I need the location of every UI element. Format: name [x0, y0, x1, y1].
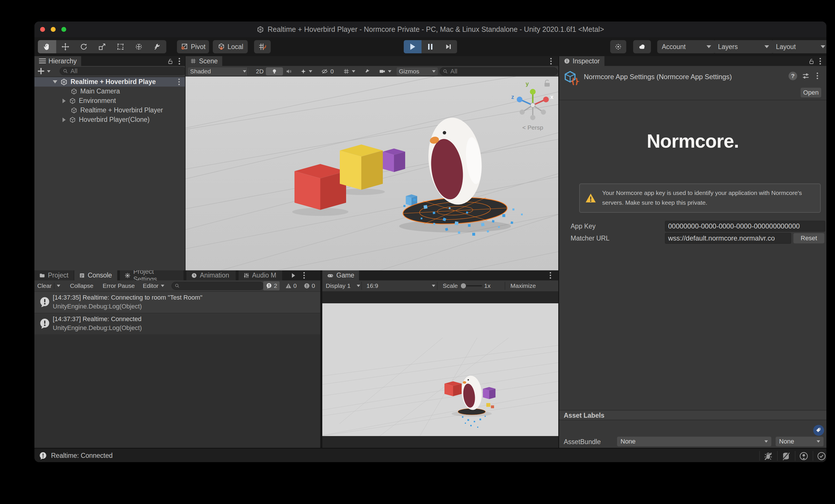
foldout-collapsed-icon[interactable]: [62, 99, 66, 103]
help-icon[interactable]: ?: [789, 72, 797, 80]
scale-tool-button[interactable]: [93, 40, 111, 53]
hierarchy-item-realtime-player[interactable]: Realtime + Hoverbird Player: [35, 105, 185, 115]
hierarchy-menu-icon[interactable]: [179, 61, 180, 62]
open-button[interactable]: Open: [800, 88, 821, 98]
app-key-field[interactable]: [665, 221, 825, 232]
app-key-input[interactable]: [665, 221, 825, 231]
inspector-menu-icon[interactable]: [819, 61, 821, 62]
pivot-toggle-button[interactable]: Pivot: [177, 40, 209, 53]
console-menu-icon[interactable]: [303, 275, 305, 276]
axis-x-label[interactable]: x: [550, 94, 553, 100]
rotate-tool-button[interactable]: [75, 40, 93, 53]
account-dropdown[interactable]: Account: [657, 40, 716, 53]
effects-dropdown[interactable]: [294, 67, 318, 76]
asset-labels-header[interactable]: Asset Labels: [559, 410, 827, 420]
hierarchy-search-input[interactable]: [70, 67, 183, 75]
matcher-url-field[interactable]: [665, 233, 791, 244]
matcher-url-input[interactable]: [665, 233, 791, 244]
create-dropdown-icon[interactable]: [47, 70, 50, 72]
tab-inspector[interactable]: Inspector: [559, 56, 605, 66]
hierarchy-item-scene-root[interactable]: Realtime + Hoverbird Playe: [35, 77, 185, 87]
slider-knob[interactable]: [461, 283, 466, 288]
scene-tab-label: Scene: [199, 57, 218, 65]
error-filter-button[interactable]: 0: [301, 281, 318, 290]
log-entry[interactable]: [14:37:37] Realtime: Connected UnityEngi…: [35, 313, 320, 334]
scene-search[interactable]: [440, 67, 558, 76]
layers-dropdown[interactable]: Layers: [713, 40, 774, 53]
scene-visibility-button[interactable]: 0: [315, 67, 340, 76]
lock-icon[interactable]: [167, 58, 174, 65]
warning-filter-button[interactable]: 0: [283, 281, 299, 290]
axis-z-label[interactable]: z: [511, 94, 514, 100]
draw-mode-dropdown[interactable]: Shaded: [188, 67, 249, 76]
collapse-button[interactable]: Collapse: [68, 282, 95, 290]
transform-tool-button[interactable]: [129, 40, 148, 53]
display-dropdown[interactable]: Display 1: [324, 282, 362, 290]
scene-menu-icon[interactable]: [178, 81, 180, 83]
axis-y-label[interactable]: y: [526, 81, 529, 87]
hierarchy-item-hoverbird-clone[interactable]: Hoverbird Player(Clone): [35, 115, 185, 124]
tab-project-settings[interactable]: Project Settings: [120, 270, 184, 280]
inspector-header: Normcore App Settings (Normcore App Sett…: [559, 66, 827, 100]
local-toggle-button[interactable]: Local: [213, 40, 248, 53]
scene-viewport[interactable]: y x z < Persp: [185, 77, 558, 270]
camera-settings-dropdown[interactable]: [373, 67, 397, 76]
maximize-button[interactable]: Maximize: [509, 282, 558, 290]
hierarchy-item-main-camera[interactable]: Main Camera: [35, 87, 185, 96]
scene-menu-icon[interactable]: [550, 61, 552, 62]
assetbundle-label: AssetBundle: [564, 438, 601, 446]
scale-slider[interactable]: [460, 283, 482, 288]
activity-ok-icon[interactable]: [817, 451, 827, 461]
grid-snapping-button[interactable]: [254, 40, 271, 53]
scene-search-input[interactable]: [450, 67, 554, 76]
play-button[interactable]: [404, 40, 422, 53]
foldout-expanded-icon[interactable]: [53, 80, 57, 83]
editor-dropdown[interactable]: Editor: [141, 282, 166, 290]
step-button[interactable]: [439, 40, 457, 53]
tab-audio-mixer[interactable]: Audio M: [239, 270, 282, 280]
console-search[interactable]: [171, 282, 264, 290]
tab-game[interactable]: Game: [322, 270, 359, 280]
tab-overflow-icon[interactable]: [292, 273, 295, 278]
clear-button[interactable]: Clear: [36, 282, 62, 290]
info-filter-button[interactable]: 2: [263, 281, 280, 290]
lock-icon[interactable]: [808, 58, 815, 65]
error-pause-button[interactable]: Error Pause: [101, 282, 137, 290]
custom-tools-button[interactable]: [148, 40, 166, 53]
reset-label: Reset: [800, 234, 817, 242]
preview-packages-button[interactable]: [610, 40, 626, 53]
assetbundle-variant-dropdown[interactable]: None: [776, 437, 823, 446]
hand-tool-button[interactable]: [38, 40, 56, 53]
log-entry[interactable]: [14:37:35] Realtime: Connecting to room …: [35, 292, 320, 313]
presets-icon[interactable]: [801, 72, 810, 80]
tab-console[interactable]: Console: [74, 270, 117, 280]
status-bar[interactable]: Realtime: Connected: [35, 448, 827, 462]
tab-scene[interactable]: Scene: [185, 56, 222, 66]
debugger-detached-icon[interactable]: [763, 451, 773, 461]
cache-server-disabled-icon[interactable]: [781, 451, 791, 461]
grid-visibility-dropdown[interactable]: [337, 67, 362, 76]
hierarchy-item-environment[interactable]: Environment: [35, 96, 185, 105]
projection-mode-label[interactable]: < Persp: [514, 124, 551, 131]
aspect-ratio-dropdown[interactable]: 16:9: [365, 282, 437, 290]
pause-button[interactable]: [422, 40, 439, 53]
gizmos-dropdown[interactable]: Gizmos: [396, 67, 438, 76]
game-menu-icon[interactable]: [550, 275, 551, 276]
tab-hierarchy[interactable]: Hierarchy: [35, 56, 81, 66]
auto-generate-lighting-icon[interactable]: [799, 451, 809, 461]
foldout-collapsed-icon[interactable]: [62, 118, 66, 122]
asset-label-tag-button[interactable]: [813, 425, 824, 436]
assetbundle-dropdown[interactable]: None: [617, 437, 771, 446]
move-tool-button[interactable]: [56, 40, 75, 53]
console-search-input[interactable]: [182, 282, 261, 290]
component-menu-icon[interactable]: [817, 75, 818, 77]
reset-button[interactable]: Reset: [793, 233, 824, 244]
tab-animation[interactable]: Animation: [186, 270, 236, 280]
game-render[interactable]: [322, 303, 558, 436]
hierarchy-search[interactable]: [60, 67, 185, 75]
tab-project[interactable]: Project: [35, 270, 74, 280]
layout-dropdown[interactable]: Layout: [771, 40, 827, 53]
rect-tool-button[interactable]: [111, 40, 129, 53]
cloud-collab-button[interactable]: [633, 40, 651, 53]
hierarchy-tab-label: Hierarchy: [48, 57, 77, 65]
